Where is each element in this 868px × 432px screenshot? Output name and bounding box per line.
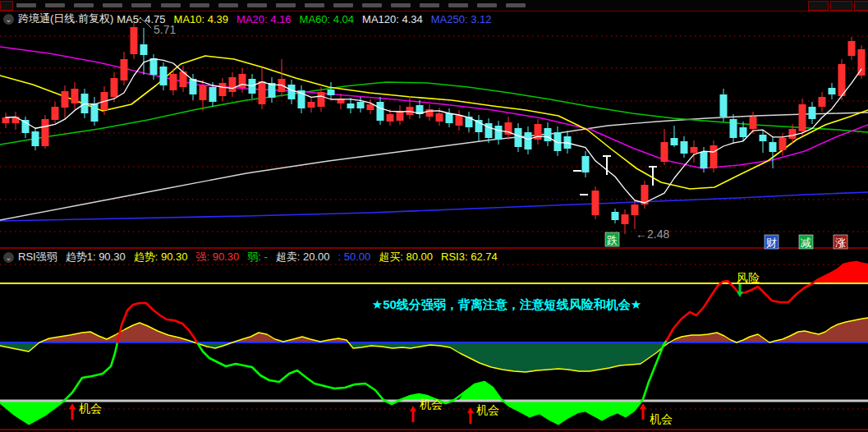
candle-body xyxy=(700,152,708,168)
candle-body xyxy=(209,87,217,102)
rsi-legend: RSI强弱趋势1: 90.30趋势: 90.30强: 90.30弱: -超卖: … xyxy=(18,250,506,264)
clipped-menu-text xyxy=(16,3,36,7)
rsi-legend-item: 强: 90.30 xyxy=(195,250,239,263)
candle-body xyxy=(347,103,355,108)
candle-body xyxy=(170,74,177,90)
candle-body xyxy=(140,44,148,55)
toolbar-button[interactable] xyxy=(830,1,852,11)
candle-body xyxy=(150,58,158,75)
candle-body xyxy=(515,128,522,147)
candle-body xyxy=(2,117,10,123)
opportunity-label: 机会 xyxy=(476,403,499,416)
rsi-legend-item: 趋势: 90.30 xyxy=(134,250,188,263)
ma-legend-item: MA20: 4.16 xyxy=(237,13,292,25)
collapse-chevron-icon[interactable]: ⌄ xyxy=(3,14,14,25)
opportunity-label: 机会 xyxy=(420,398,443,411)
candle-body xyxy=(387,114,394,122)
ma10-line xyxy=(0,56,868,189)
buy-arrow-head xyxy=(640,403,646,409)
ma-legend: MA5: 4.75MA10: 4.39MA20: 4.16MA60: 4.04M… xyxy=(117,13,499,25)
risk-label: 风险 xyxy=(737,271,760,284)
clipped-menu-text xyxy=(247,3,267,7)
candle-body xyxy=(357,102,365,108)
candle-body xyxy=(612,212,619,220)
candle-body xyxy=(288,85,296,99)
candle-body xyxy=(397,111,404,121)
candle-body xyxy=(42,119,49,146)
candle-body xyxy=(779,138,787,150)
candle-body xyxy=(367,104,374,110)
candle-body xyxy=(52,107,59,120)
candle-body xyxy=(582,156,590,172)
candle-body xyxy=(858,49,866,76)
rsi-legend-item: : 50.00 xyxy=(338,250,371,263)
clipped-menu-text xyxy=(276,3,296,7)
clipped-menu-text xyxy=(131,3,151,7)
candle-body xyxy=(456,115,463,126)
ma-legend-item: MA10: 4.39 xyxy=(174,13,229,25)
toolbar-button[interactable] xyxy=(854,1,868,11)
rsi-legend-item: 超卖: 20.00 xyxy=(276,250,330,263)
price-panel-header: ⌄ 跨境通(日线.前复权) MA5: 4.75MA10: 4.39MA20: 4… xyxy=(0,12,868,25)
clipped-menu-text xyxy=(103,3,122,7)
candle-body xyxy=(229,77,237,92)
toolbar-button[interactable] xyxy=(0,1,13,11)
collapse-chevron-icon[interactable]: ⌄ xyxy=(3,252,14,263)
candle-body xyxy=(377,102,384,121)
candle-body xyxy=(436,113,443,122)
clipped-menu-text xyxy=(161,3,181,7)
signal-badge-label: 跌 xyxy=(607,234,618,246)
candle-body xyxy=(592,191,599,215)
rsi-legend-item: 趋势1: 90.30 xyxy=(66,250,126,263)
clipped-menu-text xyxy=(333,3,353,7)
oversold-fill xyxy=(0,401,64,424)
divergence-annotation: ★50线分强弱，背离注意，注意短线风险和机会★ xyxy=(372,297,642,311)
clipped-menu-text xyxy=(190,3,209,7)
candle-body xyxy=(495,126,503,140)
candle-body xyxy=(681,141,688,154)
signal-badge-label: 减 xyxy=(801,237,811,249)
buy-arrow-head xyxy=(467,407,474,413)
opportunity-label: 机会 xyxy=(79,402,102,415)
clipped-menu-text xyxy=(448,3,468,7)
opportunity-label: 机会 xyxy=(650,412,673,425)
ma-legend-item: MA120: 4.34 xyxy=(362,13,423,25)
toolbar-button[interactable] xyxy=(808,1,829,11)
candle-body xyxy=(760,135,767,141)
candle-body xyxy=(710,145,718,168)
candle-body xyxy=(544,128,552,141)
low-price-label: ←2.48 xyxy=(636,227,669,241)
candle-body xyxy=(661,142,668,162)
candle-body xyxy=(131,27,138,54)
instrument-title: 跨境通(日线.前复权) xyxy=(18,11,113,26)
candle-body xyxy=(769,142,777,152)
risk-arrow-head xyxy=(737,292,743,297)
candle-body xyxy=(740,127,747,137)
candle-body xyxy=(671,138,678,145)
candle-body xyxy=(750,117,757,129)
candle-body xyxy=(219,83,227,96)
candle-body xyxy=(799,104,806,131)
chart-canvas[interactable]: 5.71←2.48跌财减涨机会机会机会机会风险★50线分强弱，背离注意，注意短线… xyxy=(0,0,868,432)
candle-body xyxy=(426,109,434,117)
candle-body xyxy=(318,92,325,107)
ma-legend-item: MA60: 4.04 xyxy=(300,13,355,25)
candle-body xyxy=(32,131,39,146)
candle-body xyxy=(62,91,69,108)
candle-body xyxy=(308,102,315,108)
candle-body xyxy=(71,89,79,103)
candle-body xyxy=(720,94,728,117)
clipped-menu-text xyxy=(305,3,324,7)
signal-badge-label: 财 xyxy=(766,237,777,249)
ma-legend-item: MA5: 4.75 xyxy=(117,13,165,25)
top-menu-bar[interactable] xyxy=(0,0,868,11)
candle-body xyxy=(848,41,856,56)
signal-badge-label: 涨 xyxy=(835,237,846,249)
buy-arrow-head xyxy=(69,403,76,409)
candle-body xyxy=(160,67,168,85)
candle-body xyxy=(838,64,846,96)
rsi-legend-item: RSI强弱 xyxy=(18,250,57,263)
candle-body xyxy=(809,107,816,119)
candle-body xyxy=(730,119,737,138)
rsi-legend-item: 弱: - xyxy=(247,250,268,263)
